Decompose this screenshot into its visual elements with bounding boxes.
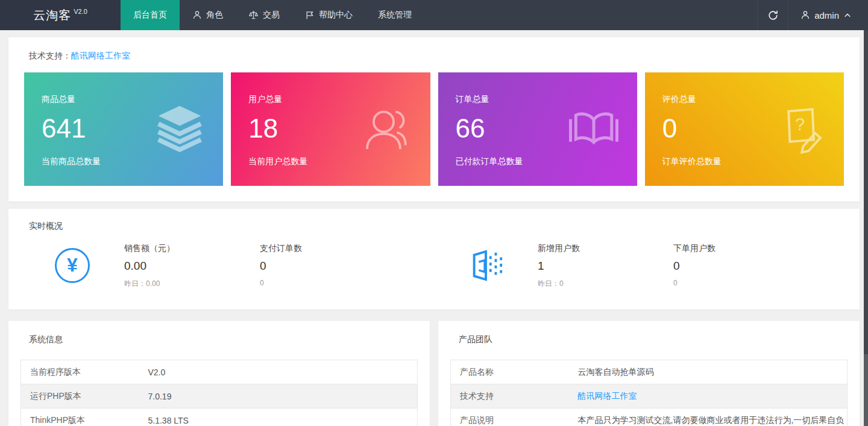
top-navbar: 云淘客 V2.0 后台首页 角色 交易 [0,0,868,30]
bottom-panels-row: 系统信息 当前程序版本 V2.0 运行PHP版本 7.0.19 ThinkPHP… [8,321,860,426]
realtime-col-ordering-users: 下单用户数 0 0 [673,241,809,289]
user-icon [800,10,810,20]
main-nav: 后台首页 角色 交易 [121,0,757,30]
scale-icon [248,10,259,20]
row-label: 运行PHP版本 [21,384,139,409]
stat-card-users: 用户总量 18 当前用户总数量 [231,72,430,186]
user-menu[interactable]: admin [788,0,864,30]
book-icon [567,103,620,156]
nav-item-label: 后台首页 [133,10,167,21]
table-row: ThinkPHP版本 5.1.38 LTS [21,409,418,426]
username-label: admin [814,10,839,21]
app-logo[interactable]: 云淘客 V2.0 [0,0,121,30]
refresh-icon [767,10,779,21]
overview-panel: 技术支持：酷讯网络工作室 商品总量 641 当前商品总数量 用户总量 [8,37,860,202]
support-line: 技术支持：酷讯网络工作室 [20,51,848,62]
row-value: 5.1.38 LTS [139,409,418,426]
rt-label: 销售额（元） [124,243,260,254]
users-icon [360,103,414,156]
system-info-title: 系统信息 [20,334,418,345]
system-info-panel: 系统信息 当前程序版本 V2.0 运行PHP版本 7.0.19 ThinkPHP… [8,321,430,426]
chevron-up-icon [843,11,852,19]
row-value: V2.0 [139,360,418,384]
rt-value: 0 [260,259,395,273]
product-team-table: 产品名称 云淘客自动抢单源码 技术支持 酷讯网络工作室 产品说明 本产品只为学习… [450,360,848,426]
review-icon: ? [774,103,827,156]
realtime-col-sales: 销售额（元） 0.00 昨日：0.00 [124,241,260,289]
nav-item-help-center[interactable]: 帮助中心 [292,0,365,30]
door-panels-icon [434,241,538,289]
rt-value: 1 [538,259,673,273]
row-label: 技术支持 [451,384,569,409]
realtime-panel: 实时概况 ¥ 销售额（元） 0.00 昨日：0.00 支付订单数 0 0 [8,209,860,310]
rt-sub: 昨日：0 [538,279,673,289]
refresh-button[interactable] [757,0,788,30]
row-label: ThinkPHP版本 [21,409,139,426]
scrollbar-thumb[interactable] [864,30,868,354]
product-team-panel: 产品团队 产品名称 云淘客自动抢单源码 技术支持 酷讯网络工作室 产品说明 本产… [438,321,860,426]
rt-label: 新增用户数 [538,243,673,254]
rt-value: 0.00 [124,259,260,273]
row-label: 产品名称 [451,360,569,384]
row-label: 产品说明 [451,409,569,426]
main-content: 技术支持：酷讯网络工作室 商品总量 641 当前商品总数量 用户总量 [0,30,868,426]
row-label: 当前程序版本 [21,360,139,384]
page-scrollbar[interactable] [864,30,868,426]
realtime-col-paid-orders: 支付订单数 0 0 [260,241,395,289]
rt-sub: 0 [260,279,395,287]
team-support-link[interactable]: 酷讯网络工作室 [578,391,637,401]
table-row: 产品名称 云淘客自动抢单源码 [451,360,848,384]
stat-desc: 已付款订单总数量 [456,156,637,167]
rt-sub: 昨日：0.00 [124,279,260,289]
stat-desc: 订单评价总数量 [662,156,844,167]
realtime-title: 实时概况 [20,221,848,232]
user-icon [192,10,202,20]
stat-card-orders: 订单总量 66 已付款订单总数量 [438,72,637,186]
rt-label: 下单用户数 [673,243,809,254]
stat-desc: 当前用户总数量 [248,156,430,167]
rt-value: 0 [673,259,809,273]
table-row: 当前程序版本 V2.0 [21,360,418,384]
navbar-right-controls: admin [757,0,864,30]
realtime-col-new-users: 新增用户数 1 昨日：0 [538,241,673,289]
rt-sub: 0 [673,279,809,287]
nav-item-system-management[interactable]: 系统管理 [365,0,424,30]
flag-icon [305,10,315,20]
row-value: 7.0.19 [139,384,418,409]
nav-item-trade[interactable]: 交易 [236,0,292,30]
support-prefix: 技术支持： [29,51,71,60]
realtime-row: ¥ 销售额（元） 0.00 昨日：0.00 支付订单数 0 0 [20,241,848,289]
row-value: 本产品只为学习测试交流,请勿要做商业或者用于违法行为,一切后果自负 [569,409,848,426]
app-title: 云淘客 [33,7,71,24]
stat-cards-row: 商品总量 641 当前商品总数量 用户总量 18 当前用户总数量 [20,72,848,186]
stat-desc: 当前商品总数量 [42,156,223,167]
stat-card-products: 商品总量 641 当前商品总数量 [24,72,223,186]
svg-text:?: ? [795,115,805,134]
nav-item-label: 角色 [206,10,223,21]
app-version: V2.0 [74,8,87,15]
product-team-title: 产品团队 [450,334,848,345]
layers-icon [153,103,206,156]
row-value: 云淘客自动抢单源码 [569,360,848,384]
table-row: 运行PHP版本 7.0.19 [21,384,418,409]
realtime-group-users: 新增用户数 1 昨日：0 下单用户数 0 0 [434,241,848,289]
yen-circle-icon: ¥ [20,241,124,289]
nav-item-roles[interactable]: 角色 [180,0,236,30]
table-row: 技术支持 酷讯网络工作室 [451,384,848,409]
table-row: 产品说明 本产品只为学习测试交流,请勿要做商业或者用于违法行为,一切后果自负 [451,409,848,426]
support-link[interactable]: 酷讯网络工作室 [71,51,130,60]
nav-item-label: 交易 [263,10,280,21]
system-info-table: 当前程序版本 V2.0 运行PHP版本 7.0.19 ThinkPHP版本 5.… [20,360,418,426]
realtime-group-sales: ¥ 销售额（元） 0.00 昨日：0.00 支付订单数 0 0 [20,241,434,289]
nav-item-label: 系统管理 [378,10,412,21]
nav-item-label: 帮助中心 [319,10,353,21]
rt-label: 支付订单数 [260,243,395,254]
nav-item-dashboard[interactable]: 后台首页 [121,0,180,30]
stat-card-reviews: 评价总量 0 订单评价总数量 ? [645,72,844,186]
